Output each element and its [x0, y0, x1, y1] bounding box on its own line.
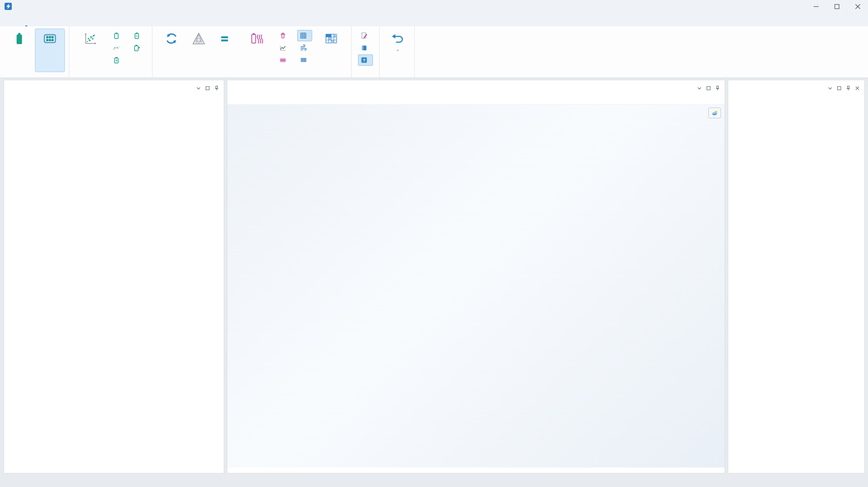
ribbon-group-input: ⌄ [380, 26, 415, 78]
help-panel [728, 80, 865, 473]
show-edges-item[interactable] [297, 54, 312, 66]
open-circuit-voltage-icon [113, 32, 120, 39]
title-bar [0, 0, 868, 13]
svg-text:?: ? [363, 58, 366, 63]
ribbon: ? ⌄ [0, 26, 868, 78]
panel-float-icon[interactable] [706, 86, 711, 91]
dynamic-help-icon: ? [361, 57, 368, 63]
help-illustration [734, 96, 859, 135]
app-icon [5, 3, 12, 10]
compute-icon [218, 32, 231, 45]
tab-home[interactable] [20, 20, 33, 26]
report-item[interactable] [358, 30, 373, 41]
cell-state-of-charge-icon [113, 57, 120, 63]
cell-state-of-charge-item[interactable] [110, 54, 125, 66]
compute-parameters-icon [83, 32, 97, 45]
battery-pack-3d-scene [227, 105, 725, 468]
battery-cell-nav-button[interactable] [4, 29, 34, 72]
experimental-data-item[interactable] [110, 42, 125, 54]
slice-item[interactable] [277, 30, 292, 41]
panel-pin-icon[interactable] [846, 86, 851, 91]
voltage-losses-item[interactable] [131, 42, 146, 54]
ribbon-group-battery-pack [152, 26, 352, 78]
temperature-button[interactable] [239, 29, 274, 72]
cell-voltage-item[interactable] [131, 30, 146, 41]
update-design-button[interactable] [157, 29, 186, 72]
numerical-results-icon [324, 32, 338, 45]
tab-file[interactable] [7, 20, 20, 26]
show-bus-bar-toggle[interactable] [297, 30, 312, 41]
offset-packaging-image [798, 96, 858, 135]
graphics-canvas-3d-view[interactable] [227, 105, 725, 468]
update-design-icon [165, 32, 178, 45]
battery-cell-icon [12, 32, 26, 45]
experimental-data-icon [113, 44, 120, 51]
report-icon [361, 32, 368, 39]
open-circuit-voltage-item[interactable] [110, 30, 125, 41]
animate-icon [280, 57, 286, 63]
compute-parameters-button[interactable] [74, 29, 107, 72]
mesh-icon [192, 32, 206, 45]
close-button[interactable] [847, 0, 868, 13]
battery-pack-icon [43, 32, 57, 45]
battery-pack-nav-button[interactable] [35, 29, 65, 72]
documentation-item[interactable] [358, 42, 373, 54]
numerical-results-button[interactable] [315, 29, 347, 72]
mesh-button[interactable] [187, 29, 210, 72]
straight-packaging-image [734, 96, 795, 135]
slice-icon [280, 32, 286, 39]
view-settings-icon[interactable] [708, 107, 721, 118]
panel-menu-chevron-icon[interactable] [828, 86, 833, 91]
battery-pack-settings-panel [4, 80, 224, 473]
panel-pin-icon[interactable] [214, 86, 219, 91]
graphics-panel [227, 80, 725, 473]
show-bus-bar-icon [300, 32, 307, 39]
maximize-button[interactable] [826, 0, 847, 13]
graph-item[interactable] [277, 42, 292, 54]
ribbon-group-documentation: ? [352, 26, 380, 78]
panel-float-icon[interactable] [205, 86, 210, 91]
graphics-toolbar [227, 91, 725, 105]
panel-float-icon[interactable] [837, 86, 842, 91]
reset-dropdown-arrow[interactable]: ⌄ [396, 47, 400, 52]
reset-icon [390, 32, 404, 45]
graph-icon [280, 44, 286, 51]
voltage-losses-icon [133, 44, 140, 51]
documentation-icon [361, 44, 368, 51]
main-area [0, 78, 868, 487]
compute-button[interactable] [211, 29, 238, 72]
app-window: { "window": {"title": "Li Battery Pack D… [0, 0, 868, 487]
panel-close-icon[interactable] [855, 86, 860, 91]
reset-button[interactable]: ⌄ [384, 29, 410, 72]
show-air-item[interactable] [297, 42, 312, 54]
dynamic-help-toggle[interactable]: ? [358, 54, 373, 66]
show-edges-icon [300, 57, 307, 63]
minimize-button[interactable] [805, 0, 826, 13]
settings-form [4, 92, 224, 93]
panel-pin-icon[interactable] [715, 86, 720, 91]
help-content [728, 96, 864, 135]
temperature-icon [250, 32, 263, 45]
cell-voltage-icon [133, 32, 140, 39]
ribbon-group-navigation [0, 26, 69, 78]
show-air-icon [300, 44, 307, 51]
panel-menu-chevron-icon[interactable] [196, 86, 201, 91]
ribbon-group-battery-cell [69, 26, 152, 78]
panel-menu-chevron-icon[interactable] [697, 86, 702, 91]
menu-bar [0, 13, 868, 26]
animate-item[interactable] [277, 54, 292, 66]
